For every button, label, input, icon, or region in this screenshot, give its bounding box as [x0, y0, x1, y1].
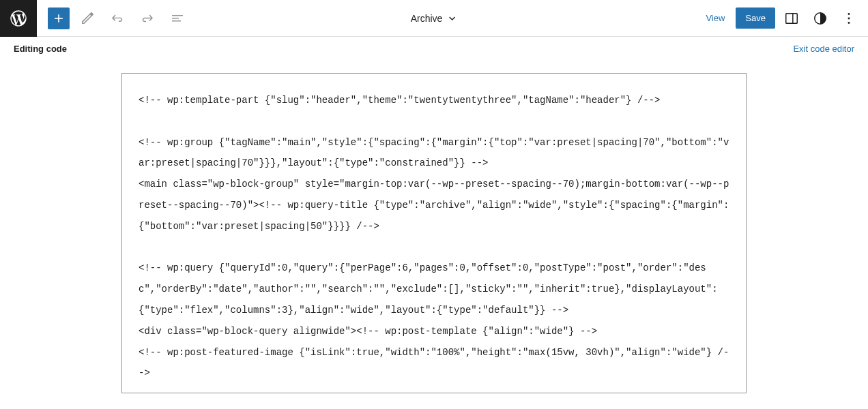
toolbar-right: View Save	[699, 6, 868, 31]
template-title-dropdown[interactable]: Archive	[411, 13, 458, 24]
redo-button[interactable]	[135, 6, 160, 31]
mode-bar: Editing code Exit code editor	[0, 37, 868, 61]
template-title: Archive	[411, 13, 443, 24]
top-toolbar: Archive View Save	[0, 0, 868, 37]
chevron-down-icon	[446, 13, 457, 24]
list-icon	[169, 10, 186, 27]
sidebar-icon	[784, 11, 799, 26]
edit-tool-button[interactable]	[75, 6, 100, 31]
svg-rect-2	[786, 13, 798, 23]
wordpress-logo[interactable]	[0, 0, 37, 37]
pencil-icon	[79, 10, 96, 27]
plus-icon	[52, 12, 66, 25]
code-editor-wrap	[0, 61, 868, 393]
editing-mode-label: Editing code	[14, 44, 67, 54]
code-editor-textarea[interactable]	[121, 73, 747, 393]
save-button[interactable]: Save	[736, 7, 775, 29]
undo-icon	[109, 10, 126, 27]
styles-button[interactable]	[808, 6, 833, 31]
kebab-icon	[841, 11, 856, 26]
undo-button[interactable]	[105, 6, 130, 31]
more-options-button[interactable]	[837, 6, 861, 31]
add-block-button[interactable]	[48, 7, 70, 29]
svg-point-5	[848, 13, 850, 15]
redo-icon	[139, 10, 156, 27]
exit-code-editor-link[interactable]: Exit code editor	[793, 44, 854, 54]
svg-point-6	[848, 17, 850, 19]
svg-point-7	[848, 21, 850, 23]
toolbar-left	[37, 6, 190, 31]
contrast-icon	[813, 11, 828, 26]
wordpress-icon	[9, 9, 28, 28]
list-view-button[interactable]	[165, 6, 190, 31]
sidebar-toggle-button[interactable]	[779, 6, 804, 31]
view-link[interactable]: View	[699, 7, 732, 29]
